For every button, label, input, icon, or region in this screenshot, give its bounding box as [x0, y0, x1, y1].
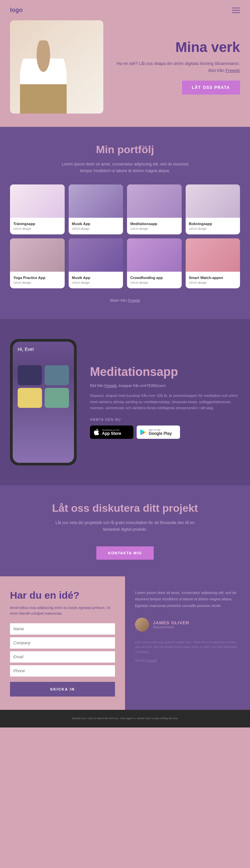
card-image: [127, 184, 182, 218]
portfolio-card[interactable]: TräningsappUI/UX-design: [10, 184, 65, 235]
portfolio-card[interactable]: Yoga Practice AppUI/UX-design: [10, 238, 65, 288]
freepik-link[interactable]: Freepik: [128, 298, 140, 302]
email-input[interactable]: [10, 651, 115, 662]
google-big: Google Play: [149, 431, 172, 436]
card-sub: UI/UX-design: [13, 227, 61, 230]
portfolio-heading: Min portfölj: [10, 144, 240, 156]
card-title: Crowdfunding app: [130, 276, 178, 280]
portfolio-credit: Bilder från Freepik: [10, 298, 240, 302]
card-sub: UI/UX-design: [13, 281, 61, 284]
phone-tile: [18, 388, 42, 408]
apple-icon: [93, 429, 99, 436]
card-image: [69, 184, 123, 218]
portfolio-card[interactable]: Musik AppUI/UX-design: [69, 184, 123, 235]
freepik-link[interactable]: Freepik: [147, 659, 157, 662]
portfolio-card[interactable]: Crowdfunding appUI/UX-design: [127, 238, 182, 288]
app-desc: Nispand, skapad med kunskap från över 10…: [90, 393, 240, 411]
freepik-link[interactable]: Freepik: [226, 68, 240, 73]
card-title: Bokningsapp: [189, 222, 237, 226]
phone-tile: [45, 388, 69, 408]
phone-mockup: Hi, Eve!: [10, 339, 77, 465]
hero: Mina verk Ha en idé? Låt oss skapa din d…: [0, 20, 250, 127]
card-title: Musik App: [72, 276, 120, 280]
card-sub: UI/UX-design: [189, 281, 237, 284]
logo[interactable]: logo: [10, 7, 23, 14]
quote-author: JAMES OLIVER Apputvecklare: [135, 618, 240, 631]
portfolio-card[interactable]: MeditationsappUI/UX-design: [127, 184, 182, 235]
app-detail-section: Hi, Eve! Meditationsapp Bild från Freepi…: [0, 319, 250, 486]
google-play-button[interactable]: GET IT ONGoogle Play: [137, 426, 180, 439]
portfolio-section: Min portfölj Lorem ipsum dolor sit amet,…: [0, 127, 250, 319]
card-image: [69, 238, 123, 272]
phone-tile: [45, 365, 69, 385]
form-panel: Har du en idé? Amet tellus cras adipisci…: [0, 576, 125, 710]
submit-button[interactable]: SKICKA IN: [10, 682, 115, 696]
card-title: Meditationsapp: [130, 222, 178, 226]
portfolio-card[interactable]: BokningsappUI/UX-design: [186, 184, 240, 235]
discuss-section: Låt oss diskutera ditt projekt Låt oss v…: [0, 486, 250, 576]
quote-text: Lorem ipsum dolor sit amet, consectetur …: [135, 590, 240, 609]
app-meta: Bild från Freepik, knappar från en476300…: [90, 383, 240, 388]
discuss-desc: Låt oss veta din projektidé och få grati…: [55, 519, 195, 533]
author-role: Apputvecklare: [153, 625, 189, 629]
hero-title: Mina verk: [113, 39, 240, 55]
card-image: [10, 184, 65, 218]
appstore-small: Download on the: [102, 429, 121, 431]
freepik-link[interactable]: Freepik: [104, 383, 117, 388]
quote-panel: Lorem ipsum dolor sit amet, consectetur …: [125, 576, 250, 710]
card-title: Smart Watch-appen: [189, 276, 237, 280]
author-name: JAMES OLIVER: [153, 620, 189, 625]
phone-tile: [18, 365, 42, 385]
footer: Sample text. Click to select the text bo…: [0, 710, 250, 727]
download-label: HÄMTA DEN NU: [90, 418, 240, 422]
card-image: [10, 238, 65, 272]
company-input[interactable]: [10, 637, 115, 649]
phone-input[interactable]: [10, 665, 115, 677]
quote-footer: Quis viverra nibh cras pulvinar mattis n…: [135, 640, 240, 654]
card-title: Musik App: [72, 222, 120, 226]
quote-credit: Bild från Freepik: [135, 658, 240, 663]
google-small: GET IT ON: [149, 429, 172, 431]
lets-talk-button[interactable]: LÅT OSS PRATA: [182, 81, 240, 95]
discuss-title: Låt oss diskutera ditt projekt: [10, 502, 240, 515]
avatar: [135, 618, 149, 631]
app-content: Meditationsapp Bild från Freepik, knappa…: [90, 365, 240, 439]
form-desc: Amet tellus cras adipiscing enim eu turp…: [10, 605, 115, 617]
card-title: Yoga Practice App: [13, 276, 61, 280]
card-image: [186, 184, 240, 218]
hero-content: Mina verk Ha en idé? Låt oss skapa din d…: [113, 39, 240, 95]
card-title: Träningsapp: [13, 222, 61, 226]
header: logo: [0, 0, 250, 20]
form-title: Har du en idé?: [10, 590, 115, 601]
card-sub: UI/UX-design: [189, 227, 237, 230]
card-sub: UI/UX-design: [72, 227, 120, 230]
split-section: Har du en idé? Amet tellus cras adipisci…: [0, 576, 250, 710]
phone-greeting: Hi, Eve!: [18, 347, 69, 352]
card-sub: UI/UX-design: [130, 281, 178, 284]
card-image: [186, 238, 240, 272]
hero-image: [10, 20, 103, 114]
portfolio-grid: TräningsappUI/UX-design Musik AppUI/UX-d…: [10, 184, 240, 288]
name-input[interactable]: [10, 623, 115, 634]
hero-desc: Ha en idé? Låt oss skapa din dröm digita…: [113, 60, 240, 74]
portfolio-desc: Lorem ipsum dolor sit amet, consectetur …: [55, 161, 195, 175]
portfolio-card[interactable]: Smart Watch-appenUI/UX-design: [186, 238, 240, 288]
footer-text: Sample text. Click to select the text bo…: [7, 716, 243, 721]
store-buttons: Download on theApp Store GET IT ONGoogle…: [90, 426, 240, 439]
menu-icon[interactable]: [232, 8, 240, 13]
portfolio-card[interactable]: Musik AppUI/UX-design: [69, 238, 123, 288]
app-title: Meditationsapp: [90, 365, 240, 378]
card-sub: UI/UX-design: [130, 227, 178, 230]
contact-button[interactable]: KONTAKTA MIG: [96, 546, 154, 560]
card-image: [127, 238, 182, 272]
google-play-icon: [140, 429, 146, 435]
card-sub: UI/UX-design: [72, 281, 120, 284]
appstore-big: App Store: [102, 431, 121, 436]
app-store-button[interactable]: Download on theApp Store: [90, 426, 133, 439]
